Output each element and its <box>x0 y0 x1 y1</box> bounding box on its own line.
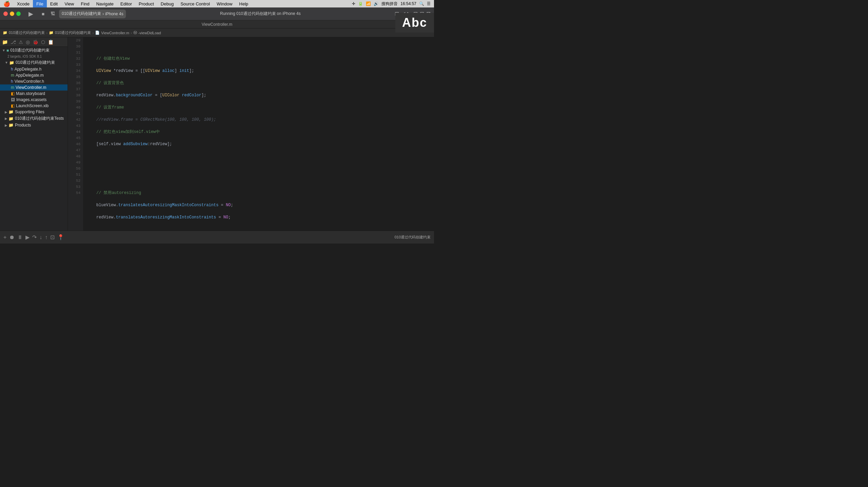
breadcrumb-part-2[interactable]: 010通过代码创建约束 <box>55 30 91 35</box>
run-button[interactable]: ▶ <box>26 9 36 19</box>
code-line-34: // 设置frame <box>87 104 431 111</box>
simulate-loc-btn[interactable]: 📍 <box>57 234 64 240</box>
supporting-folder-icon: 📁 <box>8 110 14 114</box>
menubar-find[interactable]: Find <box>77 0 93 7</box>
products-label: Products <box>15 123 31 128</box>
step-over-btn[interactable]: ↷ <box>32 234 37 240</box>
menubar-navigate[interactable]: Navigate <box>93 0 117 7</box>
abc-overlay: Abc <box>395 13 434 33</box>
chevron-right-icon: › <box>102 12 104 16</box>
sidebar-item-viewcontroller-h[interactable]: h ViewController.h <box>0 78 68 84</box>
breadcrumb: 📁 010通过代码创建约束 › 📁 010通过代码创建约束 › 📄 ViewCo… <box>0 28 434 37</box>
stop-button[interactable]: ■ <box>38 9 48 19</box>
search-icon[interactable]: 🔍 <box>419 1 424 6</box>
add-debug-btn[interactable]: + <box>3 234 6 240</box>
code-line-33: redView.backgroundColor = [UIColor redCo… <box>87 92 431 98</box>
code-line-31: UIView *redView = [[UIView alloc] init]; <box>87 68 431 74</box>
supporting-label: Supporting Files <box>15 110 44 114</box>
sidebar-item-tests[interactable]: ▶ 📁 010通过代码创建约束Tests <box>0 115 68 122</box>
menubar-product[interactable]: Product <box>135 0 157 7</box>
wifi-icon: 📶 <box>366 1 371 6</box>
debug-view-btn[interactable]: ⊡ <box>50 234 55 240</box>
minimize-button[interactable] <box>10 12 14 16</box>
debug-icon[interactable]: 🐞 <box>33 39 38 45</box>
main-group[interactable]: ▼ 📁 010通过代码创建约束 <box>0 59 68 66</box>
breadcrumb-part-4[interactable]: -viewDidLoad <box>138 31 161 35</box>
debug-bar: + ⏺ ⏸ ▶ ↷ ↓ ↑ ⊡ 📍 010通过代码创建约束 <box>0 231 434 244</box>
apple-menu[interactable]: 🍎 <box>0 0 14 7</box>
sidebar-item-supporting-files[interactable]: ▶ 📁 Supporting Files <box>0 109 68 115</box>
file-label-4: ViewController.m <box>16 85 46 90</box>
toggle-debug-btn[interactable]: ⏺ <box>9 234 15 240</box>
menubar-edit[interactable]: Edit <box>47 0 61 7</box>
attach-btn[interactable]: ⏸ <box>17 234 23 240</box>
traffic-lights <box>3 12 21 16</box>
folder-icon-sidebar[interactable]: 📁 <box>2 39 8 45</box>
sidebar-item-viewcontroller-m[interactable]: m ViewController.m <box>0 84 68 91</box>
file-label-3: ViewController.h <box>15 79 44 84</box>
menubar-debug[interactable]: Debug <box>157 0 177 7</box>
code-line-29 <box>87 43 431 50</box>
method-icon: Ⓜ <box>133 30 137 35</box>
storyboard-icon: ◧ <box>11 91 15 96</box>
code-line-44 <box>87 227 431 231</box>
code-line-38 <box>87 153 431 159</box>
breadcrumb-part-1[interactable]: 010通过代码创建约束 <box>9 30 45 35</box>
target-icon[interactable]: ◎ <box>26 39 30 45</box>
sidebar-item-launchscreen[interactable]: ◧ LaunchScreen.xib <box>0 103 68 109</box>
products-folder-icon: 📁 <box>8 123 14 128</box>
sidebar-item-appdelegate-h[interactable]: h AppDelegate.h <box>0 66 68 72</box>
h-file-icon-2: h <box>11 79 13 84</box>
menubar-xcode[interactable]: Xcode <box>14 0 33 7</box>
step-out-btn[interactable]: ↑ <box>45 234 48 240</box>
step-in-btn[interactable]: ↓ <box>39 234 42 240</box>
menubar-window[interactable]: Window <box>213 0 236 7</box>
sidebar: 📁 ⎇ ⚠ ◎ 🐞 ⬡ 📋 ▼ ■ 010通过代码创建约束 2 targets,… <box>0 37 68 231</box>
file-tab[interactable]: ViewController.m <box>202 22 232 27</box>
menubar-file[interactable]: File <box>33 0 47 7</box>
warning-icon[interactable]: ⚠ <box>19 39 23 45</box>
group-folder-icon: 📁 <box>9 60 14 65</box>
project-icon: ■ <box>6 48 9 53</box>
menubar-editor[interactable]: Editor <box>117 0 135 7</box>
file-label-7: LaunchScreen.xib <box>16 103 49 108</box>
scheme-selector[interactable]: 010通过代码创建约束 › iPhone 4s <box>59 9 126 18</box>
menubar-help[interactable]: Help <box>236 0 252 7</box>
menubar-source-control[interactable]: Source Control <box>177 0 213 7</box>
breadcrumb-sep-2: › <box>92 31 94 35</box>
ime-icon[interactable]: 搜狗拼音 <box>381 1 398 7</box>
menu-icon[interactable]: ☰ <box>427 1 431 6</box>
code-content[interactable]: // 创建红色View UIView *redView = [[UIView a… <box>83 37 434 231</box>
file-label-2: AppDelegate.m <box>16 73 44 78</box>
m-file-icon-2: m <box>11 85 14 90</box>
group-label: 010通过代码创建约束 <box>16 60 55 65</box>
sidebar-item-appdelegate-m[interactable]: m AppDelegate.m <box>0 72 68 78</box>
h-file-icon: h <box>11 67 13 72</box>
code-line-37: [self.view addSubview:redView]; <box>87 141 431 147</box>
code-line-42: blueView.translatesAutoresizingMaskIntoC… <box>87 202 431 208</box>
file-icon: 📄 <box>95 31 100 35</box>
breakpoint-sidebar-icon[interactable]: ⬡ <box>41 39 45 45</box>
sidebar-item-products[interactable]: ▶ 📁 Products <box>0 122 68 128</box>
breadcrumb-part-3[interactable]: ViewController.m <box>101 31 129 35</box>
sidebar-item-main-storyboard[interactable]: ◧ Main.storyboard <box>0 91 68 97</box>
folder-icon-2: 📁 <box>49 31 54 35</box>
maximize-button[interactable] <box>16 12 21 16</box>
arrow-icon: ▼ <box>2 48 5 52</box>
report-icon[interactable]: 📋 <box>48 39 54 45</box>
code-editor[interactable]: 29 30 31 32 33 34 35 36 37 38 39 40 41 4… <box>68 37 434 231</box>
xib-icon: ◧ <box>11 103 15 108</box>
close-button[interactable] <box>3 12 8 16</box>
sidebar-toolbar: 📁 ⎇ ⚠ ◎ 🐞 ⬡ 📋 <box>0 37 68 47</box>
git-icon[interactable]: ⎇ <box>11 39 16 45</box>
project-root[interactable]: ▼ ■ 010通过代码创建约束 <box>0 47 68 54</box>
products-arrow-icon: ▶ <box>5 123 7 127</box>
clock: 16:54:57 <box>400 1 416 6</box>
menubar-view[interactable]: View <box>61 0 77 7</box>
device-label: iPhone 4s <box>105 12 123 16</box>
sidebar-item-images[interactable]: 🖼 Images.xcassets <box>0 97 68 103</box>
continue-btn[interactable]: ▶ <box>25 234 30 240</box>
plus-icon[interactable]: ✛ <box>352 1 355 6</box>
file-label: AppDelegate.h <box>15 67 41 72</box>
volume-icon: 🔊 <box>374 1 379 6</box>
